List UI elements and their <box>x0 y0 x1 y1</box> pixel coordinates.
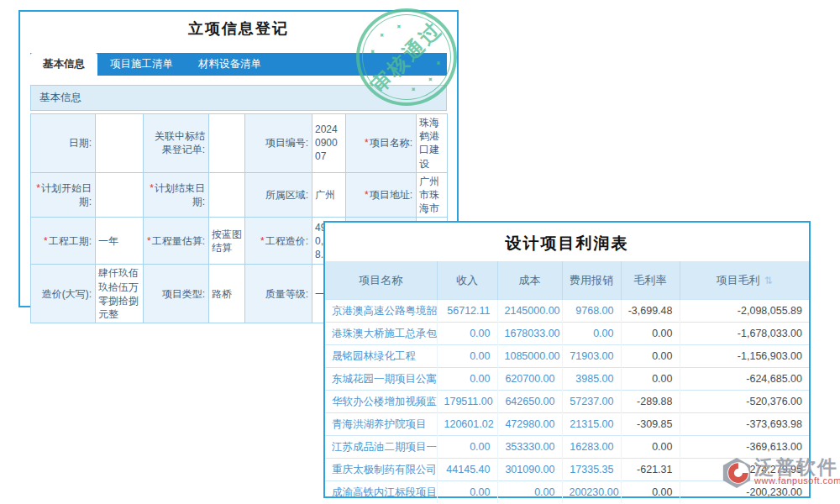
field-value[interactable] <box>96 114 144 173</box>
field-label: 日期: <box>31 114 96 173</box>
field-value[interactable] <box>209 114 245 173</box>
field-label: 造价(大写): <box>31 265 96 323</box>
project-name-link[interactable]: 青海洪湖养护院项目 <box>325 413 437 436</box>
required-asterisk: * <box>44 235 48 247</box>
vendor-logo: 泛普软件 www.fanpusoft.com <box>721 457 840 489</box>
table-cell: 472980.00 <box>497 413 562 436</box>
table-cell: 1678033.00 <box>497 323 562 345</box>
table-cell: -624,685.00 <box>680 368 809 391</box>
tab-2[interactable]: 项目施工清单 <box>97 53 186 76</box>
table-cell: -1,156,903.00 <box>680 345 809 368</box>
table-cell: 0.00 <box>437 323 497 345</box>
form-row: 日期:关联中标结果登记单:项目编号:2024090007*项目名称:珠海鹤港口建… <box>31 114 448 173</box>
table-cell: -520,376.00 <box>680 391 809 413</box>
table-cell: 0.00 <box>437 368 497 391</box>
column-header-1[interactable]: 项目名称 <box>325 261 437 300</box>
table-cell: 0.00 <box>562 323 621 345</box>
table-row: 京港澳高速公路粤境韶关至56712.112145000.009768.00-3,… <box>325 300 809 323</box>
table-cell: 21315.00 <box>562 413 621 436</box>
table-cell: 2145000.00 <box>497 300 562 323</box>
tab-3[interactable]: 材料设备清单 <box>186 53 274 76</box>
table-row: 华软办公楼增加视频监控项179511.00642650.0057237.00-2… <box>325 391 809 413</box>
column-header-3[interactable]: 成本 <box>497 261 562 300</box>
field-value[interactable]: 按蓝图结算 <box>209 218 245 265</box>
table-cell: 1085000.00 <box>497 345 562 368</box>
field-label: *工程造价: <box>245 218 312 265</box>
tab-1[interactable]: 基本信息 <box>30 53 97 76</box>
required-asterisk: * <box>147 235 151 247</box>
field-label: *计划开始日期: <box>31 172 96 218</box>
table-row: 晟铭园林绿化工程0.001085000.0071903.000.00-1,156… <box>325 345 809 368</box>
field-value[interactable]: 广州市珠海市 <box>417 172 448 218</box>
profit-header-row: 项目名称收入成本费用报销毛利率项目毛利⇅ <box>325 261 809 300</box>
table-cell: 0.00 <box>621 345 680 368</box>
table-cell: 56712.11 <box>437 300 497 323</box>
table-cell: -289.88 <box>621 391 680 413</box>
table-cell: 0.00 <box>497 481 562 504</box>
table-cell: 16283.00 <box>562 436 621 459</box>
table-cell: 179511.00 <box>437 391 497 413</box>
table-cell: -373,693.98 <box>680 413 809 436</box>
field-value[interactable]: 珠海鹤港口建设 <box>417 114 448 173</box>
field-label: 项目编号: <box>245 114 312 173</box>
required-asterisk: * <box>365 137 369 149</box>
field-label: 质量等级: <box>245 265 312 323</box>
field-value[interactable] <box>96 172 144 218</box>
table-cell: 57237.00 <box>562 391 621 413</box>
project-name-link[interactable]: 港珠澳大桥施工总承包项目 <box>325 323 437 345</box>
table-cell: 353330.00 <box>497 436 562 459</box>
table-cell: 0.00 <box>437 345 497 368</box>
field-label: *工程工期: <box>31 218 96 265</box>
column-header-4[interactable]: 费用报销 <box>562 261 621 300</box>
field-label: *项目地址: <box>346 172 417 218</box>
page-title: 立项信息登记 <box>20 18 457 39</box>
required-asterisk: * <box>260 235 265 247</box>
table-cell: 0.00 <box>621 368 680 391</box>
project-name-link[interactable]: 京港澳高速公路粤境韶关至 <box>325 300 437 323</box>
required-asterisk: * <box>365 189 369 201</box>
field-label: *工程量估算: <box>144 218 209 265</box>
table-cell: 9768.00 <box>562 300 621 323</box>
project-name-link[interactable]: 晟铭园林绿化工程 <box>325 345 437 368</box>
project-name-link[interactable]: 重庆太极制药有限公司亳州 <box>325 459 437 481</box>
table-cell: 0.00 <box>621 323 680 345</box>
table-cell: 17335.35 <box>562 459 621 481</box>
table-cell: -2,098,055.89 <box>680 300 809 323</box>
table-cell: 0.00 <box>621 436 680 459</box>
field-value[interactable]: 肆仟玖佰玖拾伍万零捌拾捌元整 <box>96 265 144 323</box>
table-cell: -369,613.00 <box>680 436 809 459</box>
field-label: 项目类型: <box>144 265 209 323</box>
table-row: 江苏成品油二期项目一标段0.00353330.0016283.000.00-36… <box>325 436 809 459</box>
column-header-2[interactable]: 收入 <box>437 261 497 300</box>
table-cell: 301090.00 <box>497 459 562 481</box>
required-asterisk: * <box>150 182 154 194</box>
table-row: 青海洪湖养护院项目120601.02472980.0021315.00-309.… <box>325 413 809 436</box>
project-name-link[interactable]: 东城花园一期项目公寓大堂 <box>325 368 437 391</box>
field-label: *计划结束日期: <box>144 172 209 218</box>
tab-bar: 基本信息项目施工清单材料设备清单 <box>30 53 447 76</box>
logo-hexagon-icon <box>721 457 753 489</box>
section-header: 基本信息 <box>30 85 447 111</box>
project-name-link[interactable]: 华软办公楼增加视频监控项 <box>325 391 437 413</box>
table-row: 港珠澳大桥施工总承包项目0.001678033.000.000.00-1,678… <box>325 323 809 345</box>
field-value[interactable]: 一年 <box>96 218 144 265</box>
sort-icon[interactable]: ⇅ <box>764 275 773 286</box>
table-cell: 71903.00 <box>562 345 621 368</box>
table-cell: 620700.00 <box>497 368 562 391</box>
logo-name: 泛普软件 <box>754 457 840 477</box>
field-value[interactable]: 路桥 <box>209 265 245 323</box>
project-name-link[interactable]: 成渝高铁内江标段项目 <box>325 481 437 504</box>
table-cell: 0.00 <box>621 481 680 504</box>
table-cell: 120601.02 <box>437 413 497 436</box>
field-value[interactable]: 2024090007 <box>312 114 346 173</box>
field-value[interactable]: 广州 <box>312 172 346 218</box>
table-cell: 0.00 <box>437 436 497 459</box>
field-label: *项目名称: <box>346 114 417 173</box>
column-header-5[interactable]: 毛利率 <box>621 261 680 300</box>
column-header-6[interactable]: 项目毛利⇅ <box>680 261 809 300</box>
project-name-link[interactable]: 江苏成品油二期项目一标段 <box>325 436 437 459</box>
table-cell: 0.00 <box>437 481 497 504</box>
field-value[interactable] <box>209 172 245 218</box>
table-cell: -309.85 <box>621 413 680 436</box>
table-cell: -1,678,033.00 <box>680 323 809 345</box>
